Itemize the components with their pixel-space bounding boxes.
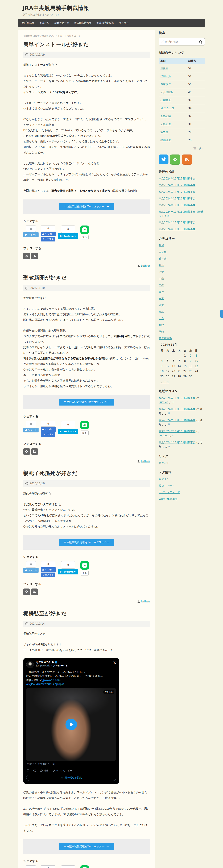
play-button-icon[interactable]: [65, 719, 77, 730]
tweet-hashtags[interactable]: #NJPW #njpwworld #njkopw: [26, 683, 64, 686]
nav-item[interactable]: 制裁一覧: [40, 21, 49, 25]
comment-post-link[interactable]: 東京2024年11月16日制裁事象: [159, 441, 195, 444]
recent-post-link[interactable]: 京都2024年11月16日制裁事象: [159, 204, 195, 207]
recent-post-link[interactable]: 東京2024年11月16日制裁事象: [159, 197, 195, 200]
meta-link[interactable]: 投稿フィード: [159, 484, 174, 487]
comment-post-link[interactable]: 福島2024年11月10日制裁事象: [159, 419, 195, 422]
recent-post-link[interactable]: 福島2024年11月16日制裁事象【騎乗停止有り】: [159, 210, 203, 217]
feedly-follow-icon[interactable]: [23, 448, 30, 455]
comment-author-link[interactable]: Luthier: [159, 434, 168, 437]
copy-link-action[interactable]: リンクをコピー: [52, 769, 72, 772]
comment-author-link[interactable]: Luthier: [159, 401, 168, 404]
category-link[interactable]: 京都: [159, 284, 164, 287]
jockey-link[interactable]: 西塚洸二: [160, 83, 171, 86]
nav-item[interactable]: 過去制裁情報等: [74, 21, 91, 25]
recent-post-link[interactable]: 京都2024年11月10日制裁事象: [159, 227, 195, 231]
twitter-follow-button[interactable]: 中央競馬制裁情報をTwitterでフォロー: [59, 539, 114, 546]
jockey-link[interactable]: 小林勝太: [160, 99, 171, 102]
recent-post-link[interactable]: 福島2024年11月17日制裁事象: [159, 190, 195, 193]
category-link[interactable]: 阪神: [159, 290, 164, 293]
tweet-video[interactable]: Xで見る: [26, 688, 116, 761]
facebook-like-button[interactable]: いいね！: [41, 567, 56, 572]
category-link[interactable]: 小倉: [159, 317, 164, 320]
recent-post-link[interactable]: 東京2024年11月17日制裁事象: [159, 177, 195, 180]
calendar-day-link[interactable]: 2: [190, 354, 192, 357]
calendar-day-link[interactable]: 10: [195, 359, 198, 363]
line-icon[interactable]: LINE: [81, 421, 89, 429]
category-link[interactable]: 函館: [159, 330, 164, 333]
category-link[interactable]: 独り言: [159, 257, 166, 260]
twitter-follow-button[interactable]: 中央競馬制裁情報をTwitterでフォロー: [59, 203, 114, 210]
category-link[interactable]: 新潟: [159, 304, 164, 307]
category-link[interactable]: 前走被害馬: [159, 337, 172, 340]
jockey-link[interactable]: 横山武史: [160, 138, 171, 142]
category-link[interactable]: 制裁: [159, 244, 164, 247]
facebook-like-button[interactable]: いいね！: [41, 427, 56, 432]
facebook-share-button[interactable]: シェアする: [41, 432, 55, 437]
jockey-link[interactable]: 高杉吏麒: [160, 115, 171, 118]
like-action[interactable]: 1.5万: [27, 769, 36, 772]
line-send-button[interactable]: 送る: [81, 235, 89, 240]
meta-link[interactable]: WordPress.org: [159, 497, 177, 500]
line-icon[interactable]: LINE: [81, 561, 89, 569]
author-link[interactable]: Luthier: [141, 600, 150, 603]
line-send-button[interactable]: 送る: [81, 571, 89, 576]
twitter-follow-button[interactable]: 中央競馬制裁情報をTwitterでフォロー: [59, 843, 114, 850]
comment-post-link[interactable]: 福島2024年11月10日制裁事象: [159, 397, 195, 400]
embedded-tweet[interactable]: NJPW WORLD@njpwworld・フォローする𝕏「棚橋のゴールを決めまし…: [23, 658, 119, 784]
facebook-share-button[interactable]: シェアする: [41, 572, 55, 577]
nav-item[interactable]: 騎乗停止一覧: [55, 21, 69, 25]
feedly-social-button[interactable]: [170, 155, 180, 164]
category-link[interactable]: 札幌: [159, 323, 164, 327]
twitter-social-button[interactable]: [159, 155, 168, 164]
pager-next[interactable]: 次 ›: [199, 147, 203, 150]
calendar-day-link[interactable]: 3: [196, 354, 197, 357]
nav-item[interactable]: 騎手制裁点: [22, 21, 34, 25]
line-icon[interactable]: LINE: [81, 225, 89, 234]
reply-action[interactable]: 返信: [40, 769, 49, 772]
meta-link[interactable]: ログイン: [159, 477, 169, 480]
hatena-bookmark-button[interactable]: B! Bookmark: [58, 429, 78, 434]
hatena-bookmark-button[interactable]: B! Bookmark: [58, 569, 78, 575]
line-icon[interactable]: LINE: [81, 865, 89, 868]
meta-link[interactable]: コメントフィード: [159, 491, 180, 494]
line-send-button[interactable]: 送る: [81, 431, 89, 435]
view-on-x-button[interactable]: Xで見る: [103, 690, 115, 694]
read-replies-button[interactable]: 391件の返信を読む: [26, 775, 116, 781]
feedly-follow-icon[interactable]: [23, 589, 30, 595]
blogroll-link[interactable]: 馬ランド: [159, 461, 169, 464]
category-link[interactable]: 中山: [159, 277, 164, 280]
calendar-day-link[interactable]: 16: [189, 365, 192, 368]
rss-follow-icon[interactable]: [31, 448, 38, 455]
jockey-link[interactable]: 松岡正海: [160, 75, 171, 78]
facebook-like-button[interactable]: いいね！: [41, 231, 56, 236]
jockey-link[interactable]: 浜中俊: [160, 130, 168, 134]
category-link[interactable]: 福島: [159, 310, 164, 313]
comment-post-link[interactable]: 福島2024年11月10日制裁事象: [159, 408, 195, 411]
tweet-link[interactable]: njpwworld.com: [41, 679, 61, 682]
category-link[interactable]: 中京: [159, 297, 164, 300]
search-input[interactable]: [159, 38, 205, 45]
jockey-link[interactable]: 大江原比呂: [160, 91, 173, 94]
calendar-day-link[interactable]: 17: [195, 365, 198, 368]
recent-post-link[interactable]: 東京2024年11月10日制裁事象: [159, 221, 195, 224]
rss-social-button[interactable]: [182, 155, 192, 164]
tweet-timestamp[interactable]: 午後7:15 · 2024年10月14日: [27, 763, 116, 766]
page-side-tab[interactable]: ‹: [220, 310, 223, 318]
facebook-share-button[interactable]: シェアする: [41, 237, 55, 242]
hatena-bookmark-button[interactable]: B! Bookmark: [58, 233, 78, 239]
calendar-prev-month-link[interactable]: « 10月: [160, 380, 169, 384]
nav-item[interactable]: 制裁の基礎知識: [97, 21, 114, 25]
tweet-follow-link[interactable]: フォローする: [53, 664, 68, 667]
tweet-button[interactable]: ツイート: [23, 428, 38, 432]
category-link[interactable]: 府中: [159, 270, 164, 273]
feedly-follow-icon[interactable]: [23, 253, 30, 259]
category-link[interactable]: 動画: [159, 264, 164, 267]
jockey-link[interactable]: 太幡巧也: [160, 123, 171, 126]
tweet-button[interactable]: ツイート: [23, 568, 38, 573]
rss-follow-icon[interactable]: [31, 253, 38, 259]
twitter-follow-button[interactable]: 中央競馬制裁情報をTwitterでフォロー: [59, 399, 114, 406]
search-button[interactable]: [199, 40, 203, 43]
recent-post-link[interactable]: 京都2024年11月17日制裁事象: [159, 184, 195, 187]
rss-follow-icon[interactable]: [31, 589, 38, 595]
